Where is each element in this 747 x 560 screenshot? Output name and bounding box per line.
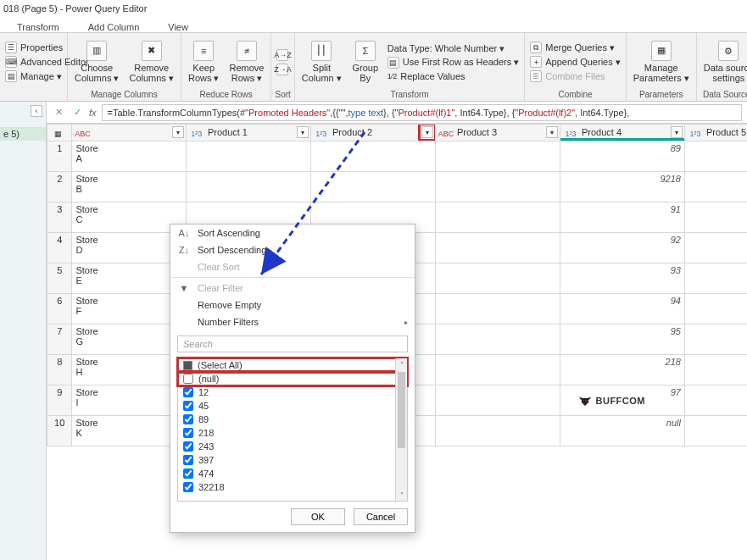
filter-option[interactable]: 12 [178, 385, 407, 399]
data-cell[interactable] [684, 263, 747, 294]
number-filters-item[interactable]: Number Filters ▸ [170, 313, 415, 330]
col-header-5[interactable]: 1²3 Product 5 [684, 125, 747, 141]
datasource-settings-button[interactable]: ⚙ Data source settings [700, 39, 747, 85]
row-number-cell[interactable]: 3 [47, 202, 72, 233]
collapse-queries-icon[interactable]: ‹ [31, 105, 42, 117]
scroll-up-icon[interactable]: ˄ [396, 358, 407, 370]
col-header-0[interactable]: ABC ▾ [72, 125, 186, 141]
ok-button[interactable]: OK [291, 508, 345, 525]
sort-asc-item[interactable]: A↓ Sort Ascending [170, 225, 415, 241]
remove-empty-item[interactable]: Remove Empty [170, 297, 415, 313]
col-header-4[interactable]: 1²3 Product 4 ▾ [560, 125, 684, 141]
col-filter-dropdown[interactable]: ▾ [172, 126, 184, 138]
col-filter-dropdown-active[interactable]: ▾ [421, 126, 433, 138]
keep-rows-button[interactable]: ≡ Keep Rows ▾ [185, 39, 223, 86]
table-row[interactable]: 1Store A89 [47, 141, 748, 172]
formula-accept-icon[interactable]: ✓ [70, 107, 84, 118]
tab-view[interactable]: View [166, 22, 190, 32]
data-cell[interactable] [684, 416, 747, 446]
data-cell[interactable]: 92 [560, 233, 684, 263]
col-header-3[interactable]: ABC Product 3 ▾ [435, 125, 560, 141]
data-cell[interactable]: Store A [72, 141, 186, 172]
data-cell[interactable] [435, 172, 560, 202]
replace-values-button[interactable]: 1⁄2 Replace Values [386, 70, 521, 82]
formula-fx-icon[interactable]: fx [89, 108, 97, 118]
selectall-checkbox[interactable] [183, 361, 192, 370]
data-cell[interactable] [435, 294, 560, 324]
queries-pane[interactable]: ‹ e 5) [0, 102, 47, 560]
tab-transform[interactable]: Transform [15, 22, 61, 32]
append-queries-button[interactable]: ＋Append Queries ▾ [528, 55, 622, 69]
filter-option[interactable]: 45 [178, 399, 407, 413]
formula-cancel-icon[interactable]: ✕ [52, 107, 65, 118]
row-number-cell[interactable]: 6 [47, 294, 72, 324]
filter-option[interactable]: 474 [178, 467, 407, 480]
row-number-cell[interactable]: 10 [47, 416, 72, 446]
row-number-cell[interactable]: 5 [47, 263, 72, 294]
data-cell[interactable]: Store B [72, 172, 186, 202]
data-cell[interactable] [684, 202, 747, 233]
group-by-button[interactable]: Σ Group By [348, 39, 382, 85]
data-cell[interactable]: 9218 [560, 172, 684, 202]
sort-desc-item[interactable]: Z↓ Sort Descending [170, 241, 415, 258]
corner-cell[interactable]: ▦ [47, 125, 72, 141]
col-filter-dropdown[interactable]: ▾ [297, 126, 309, 138]
data-cell[interactable]: 89 [560, 141, 684, 172]
data-cell[interactable]: 93 [560, 263, 684, 294]
data-cell[interactable]: null [560, 416, 684, 446]
filter-option[interactable]: 218 [178, 426, 407, 440]
data-cell[interactable] [310, 172, 435, 202]
data-cell[interactable] [435, 324, 560, 355]
data-cell[interactable] [435, 202, 560, 233]
row-number-cell[interactable]: 4 [47, 233, 72, 263]
data-cell[interactable] [435, 141, 560, 172]
datatype-button[interactable]: Data Type: Whole Number ▾ [386, 42, 521, 55]
filter-search-input[interactable]: Search [177, 335, 408, 352]
data-cell[interactable] [435, 263, 560, 294]
col-header-2[interactable]: 1²3 Product 2 ▾ [310, 125, 435, 141]
data-cell[interactable] [684, 324, 747, 355]
data-cell[interactable]: 95 [560, 324, 684, 355]
data-cell[interactable] [684, 141, 747, 172]
data-cell[interactable]: 94 [560, 294, 684, 324]
filter-option[interactable]: 89 [178, 413, 407, 426]
data-cell[interactable] [186, 141, 310, 172]
data-cell[interactable] [684, 294, 747, 324]
table-row[interactable]: 2Store B9218 [47, 172, 748, 202]
col-filter-dropdown[interactable]: ▾ [671, 126, 683, 138]
merge-queries-button[interactable]: ⧉Merge Queries ▾ [528, 41, 622, 54]
firstrow-headers-button[interactable]: ▤ Use First Row as Headers ▾ [386, 56, 521, 69]
filter-scrollbar[interactable]: ˄ ˅ [395, 358, 407, 501]
tab-addcolumn[interactable]: Add Column [86, 22, 142, 32]
data-cell[interactable] [310, 141, 435, 172]
row-number-cell[interactable]: 8 [47, 355, 72, 385]
data-cell[interactable] [684, 172, 747, 202]
col-header-1[interactable]: 1²3 Product 1 ▾ [186, 125, 310, 141]
row-number-cell[interactable]: 7 [47, 324, 72, 355]
cancel-button[interactable]: Cancel [354, 508, 408, 525]
filter-option-selectall[interactable]: (Select All) [178, 358, 407, 372]
data-cell[interactable]: 1 [684, 385, 747, 416]
data-cell[interactable] [684, 355, 747, 385]
data-cell[interactable] [435, 233, 560, 263]
row-number-cell[interactable]: 1 [47, 141, 72, 172]
data-cell[interactable]: 91 [560, 202, 684, 233]
data-cell[interactable] [186, 172, 310, 202]
query-item[interactable]: e 5) [0, 127, 46, 141]
data-cell[interactable] [435, 355, 560, 385]
sort-desc-button[interactable]: Z→A [275, 63, 290, 76]
col-filter-dropdown[interactable]: ▾ [546, 126, 558, 138]
manage-parameters-button[interactable]: ▦ Manage Parameters ▾ [630, 39, 693, 86]
data-cell[interactable] [684, 233, 747, 263]
sort-asc-button[interactable]: A→Z [275, 48, 290, 62]
row-number-cell[interactable]: 2 [47, 172, 72, 202]
null-checkbox[interactable] [183, 374, 193, 384]
remove-rows-button[interactable]: ≠ Remove Rows ▾ [226, 39, 268, 86]
filter-option[interactable]: 243 [178, 440, 407, 453]
combine-files-button[interactable]: ≣Combine Files [528, 69, 622, 83]
choose-columns-button[interactable]: ▥ Choose Columns ▾ [71, 39, 122, 86]
scroll-thumb[interactable] [398, 372, 405, 448]
filter-option[interactable]: 397 [178, 453, 407, 467]
filter-option-null[interactable]: (null) [178, 372, 407, 385]
data-cell[interactable]: 218 [560, 355, 684, 385]
